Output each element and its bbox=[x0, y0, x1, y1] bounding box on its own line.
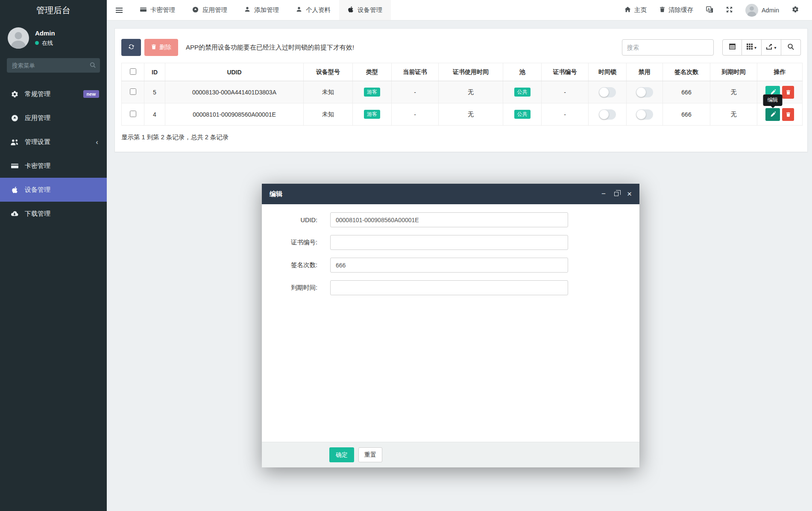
top-navbar: 卡密管理 应用管理 添加管理 个人资料 设备管理 主页 清除缓存 bbox=[107, 0, 812, 21]
maximize-icon[interactable] bbox=[614, 190, 619, 198]
timelock-toggle[interactable] bbox=[599, 87, 616, 97]
sidebar-item-general[interactable]: 常规管理 new bbox=[0, 82, 107, 106]
cell-id: 4 bbox=[144, 103, 165, 126]
sidebar-search-input[interactable] bbox=[7, 58, 100, 73]
table-search-input[interactable] bbox=[622, 39, 714, 56]
cell-expire: 无 bbox=[710, 81, 757, 103]
modal-header[interactable]: 编辑 − × bbox=[262, 184, 639, 204]
clear-cache-label: 清除缓存 bbox=[668, 6, 693, 14]
col-header-sign-count: 签名次数 bbox=[663, 63, 710, 81]
col-header-cert: 当前证书 bbox=[392, 63, 439, 81]
col-header-cert-no: 证书编号 bbox=[542, 63, 589, 81]
export-dropdown-button[interactable]: ▾ bbox=[762, 39, 781, 56]
translate-icon: A bbox=[706, 6, 713, 14]
cell-cert-no: - bbox=[542, 103, 589, 126]
sidebar-item-devices[interactable]: 设备管理 bbox=[0, 178, 107, 202]
cert-no-label: 证书编号: bbox=[262, 238, 317, 247]
col-header-udid: UDID bbox=[165, 63, 304, 81]
tab-app-management[interactable]: 应用管理 bbox=[184, 0, 236, 20]
tab-profile[interactable]: 个人资料 bbox=[287, 0, 339, 20]
edit-tooltip: 编辑 bbox=[763, 94, 783, 106]
fullscreen-table-button[interactable] bbox=[781, 39, 801, 56]
row-checkbox[interactable] bbox=[130, 111, 136, 117]
row-checkbox[interactable] bbox=[130, 88, 136, 95]
table-view-buttons: ▾ ▾ bbox=[722, 39, 801, 56]
col-header-timelock: 时间锁 bbox=[589, 63, 627, 81]
col-header-expire: 到期时间 bbox=[710, 63, 757, 81]
sidebar-item-cards[interactable]: 卡密管理 bbox=[0, 154, 107, 178]
sidebar-toggle-button[interactable] bbox=[107, 0, 132, 20]
sidebar-item-settings[interactable]: 管理设置 ‹ bbox=[0, 130, 107, 154]
sign-count-label: 签名次数: bbox=[262, 261, 317, 269]
trash-icon bbox=[151, 44, 156, 51]
table-row: 4 00008101-000908560A00001E 未知 游客 - 无 公共… bbox=[122, 103, 803, 126]
credit-card-icon bbox=[140, 7, 147, 14]
svg-text:A: A bbox=[707, 7, 710, 11]
tab-card-management[interactable]: 卡密管理 bbox=[132, 0, 184, 20]
disabled-toggle[interactable] bbox=[636, 109, 653, 120]
cloud-download-icon bbox=[9, 211, 20, 217]
chevron-down-icon: ▾ bbox=[774, 45, 776, 50]
edit-modal: 编辑 − × UDID: 证书编号: 签名次数: 到期时间: bbox=[262, 184, 639, 467]
user-menu[interactable]: Admin bbox=[739, 0, 786, 21]
cert-no-field[interactable] bbox=[330, 235, 568, 250]
tab-add-management[interactable]: 添加管理 bbox=[236, 0, 287, 20]
tab-device-management[interactable]: 设备管理 bbox=[339, 0, 391, 20]
tab-label: 添加管理 bbox=[254, 6, 279, 14]
home-link[interactable]: 主页 bbox=[618, 0, 653, 21]
cell-model: 未知 bbox=[304, 81, 353, 103]
app-title: 管理后台 bbox=[0, 0, 107, 21]
clear-cache-link[interactable]: 清除缓存 bbox=[653, 0, 700, 21]
reset-button[interactable]: 重置 bbox=[358, 447, 382, 462]
type-badge: 游客 bbox=[364, 110, 380, 119]
apple-icon bbox=[348, 6, 354, 14]
close-icon[interactable]: × bbox=[627, 190, 632, 198]
app-circle-icon bbox=[9, 115, 20, 122]
pool-badge: 公共 bbox=[514, 110, 531, 119]
language-button[interactable]: A bbox=[700, 0, 720, 21]
table-header-row: ID UDID 设备型号 类型 当前证书 证书使用时间 池 证书编号 时间锁 禁… bbox=[122, 63, 803, 81]
delete-label: 删除 bbox=[159, 44, 171, 51]
col-header-type: 类型 bbox=[353, 63, 392, 81]
timelock-toggle[interactable] bbox=[599, 109, 616, 120]
modal-title: 编辑 bbox=[270, 190, 282, 198]
sidebar-item-label: 设备管理 bbox=[25, 186, 50, 194]
chevron-down-icon: ▾ bbox=[754, 45, 756, 50]
delete-row-button[interactable] bbox=[782, 86, 794, 99]
fullscreen-icon bbox=[726, 6, 733, 14]
cell-cert-time: 无 bbox=[439, 103, 503, 126]
confirm-button[interactable]: 确定 bbox=[329, 447, 354, 462]
grid-icon bbox=[747, 44, 753, 51]
expire-time-field[interactable] bbox=[330, 280, 568, 295]
fullscreen-button[interactable] bbox=[720, 0, 739, 21]
udid-label: UDID: bbox=[262, 217, 317, 223]
delete-row-button[interactable] bbox=[782, 108, 794, 121]
columns-dropdown-button[interactable]: ▾ bbox=[742, 39, 762, 56]
cell-sign-count: 666 bbox=[663, 103, 710, 126]
disabled-toggle[interactable] bbox=[636, 87, 653, 97]
sign-count-field[interactable] bbox=[330, 258, 568, 273]
col-header-cert-time: 证书使用时间 bbox=[439, 63, 503, 81]
user-icon bbox=[244, 6, 250, 14]
sidebar-item-apps[interactable]: 应用管理 bbox=[0, 106, 107, 130]
cell-model: 未知 bbox=[304, 103, 353, 126]
toggle-view-button[interactable] bbox=[722, 39, 742, 56]
search-icon bbox=[90, 62, 96, 70]
home-label: 主页 bbox=[634, 6, 647, 14]
select-all-checkbox[interactable] bbox=[130, 68, 136, 75]
settings-button[interactable] bbox=[786, 0, 805, 21]
tab-label: 应用管理 bbox=[202, 6, 227, 14]
admin-app: 管理后台 Admin 在线 常规管理 new bbox=[0, 0, 812, 511]
delete-button[interactable]: 删除 bbox=[144, 39, 178, 56]
minimize-icon[interactable]: − bbox=[601, 190, 606, 198]
refresh-button[interactable] bbox=[121, 39, 141, 56]
expire-time-label: 到期时间: bbox=[262, 284, 317, 292]
credit-card-icon bbox=[9, 163, 20, 169]
sidebar-item-label: 常规管理 bbox=[25, 90, 50, 98]
avatar bbox=[745, 4, 758, 17]
gears-icon bbox=[9, 91, 20, 98]
udid-field[interactable] bbox=[330, 212, 568, 227]
sidebar-item-label: 卡密管理 bbox=[25, 162, 50, 170]
sidebar-item-downloads[interactable]: 下载管理 bbox=[0, 202, 107, 226]
app-circle-icon bbox=[192, 6, 199, 14]
